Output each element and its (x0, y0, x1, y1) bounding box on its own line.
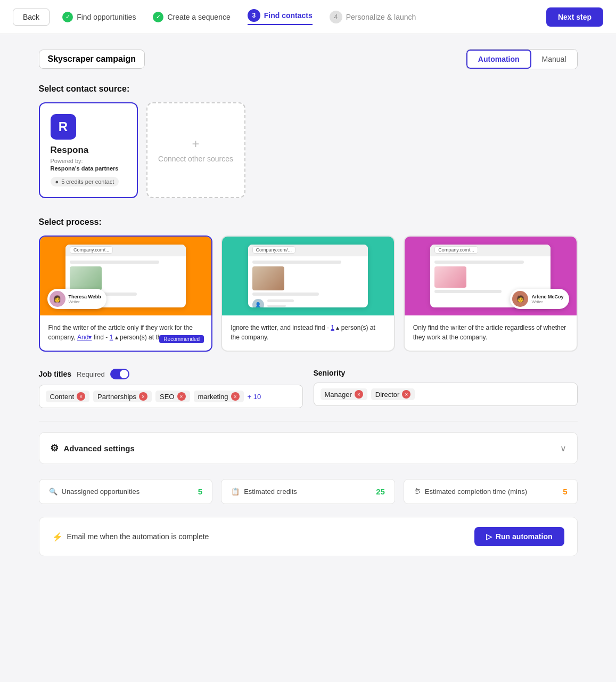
pink-image (434, 266, 466, 288)
seniority-header: Seniority (314, 369, 578, 377)
advanced-settings-header[interactable]: ⚙ Advanced settings ∨ (39, 433, 577, 464)
nav-step-personalize[interactable]: 4 Personalize & launch (330, 11, 416, 23)
person-name-3: Arlene McCoy (531, 294, 563, 299)
unassigned-label: Unassigned opportunities (62, 488, 140, 496)
tag-manager: Manager × (321, 388, 367, 400)
respona-source-card[interactable]: R Respona Powered by: Respona's data par… (39, 102, 138, 198)
required-label: Required (77, 370, 105, 378)
time-left: ⏱ Estimated completion time (mins) (414, 488, 527, 496)
credits-label: Estimated credits (244, 488, 297, 496)
tag-director: Director × (371, 388, 415, 400)
source-cards: R Respona Powered by: Respona's data par… (39, 102, 578, 198)
top-navigation: Back Find opportunities Create a sequenc… (0, 0, 616, 34)
url-tag-1: Company.com/... (70, 246, 113, 254)
email-notify-label: Email me when the automation is complete (67, 532, 209, 541)
person-avatar-2: 👤 (252, 299, 264, 307)
nav-step-find-opportunities[interactable]: Find opportunities (62, 12, 136, 22)
process-desc-2: Ignore the writer, and instead find - 1 … (222, 315, 394, 351)
email-notify: ⚡ Email me when the automation is comple… (52, 532, 209, 542)
url-tag-3: Company.com/... (434, 246, 478, 254)
add-plus-icon: + (192, 137, 199, 150)
credits-icon: ● (55, 178, 59, 185)
persons-input-2[interactable]: 1 (331, 324, 334, 331)
nav-step-create-sequence[interactable]: Create a sequence (153, 12, 230, 22)
step-label-3: Find contacts (264, 11, 313, 20)
tag-label: Content (50, 393, 75, 401)
time-label: Estimated completion time (mins) (425, 488, 527, 496)
seniority-group: Seniority Manager × Director × (314, 369, 578, 408)
main-content: Skyscraper campaign Automation Manual Se… (26, 34, 590, 599)
content-line-4 (252, 293, 319, 296)
process-desc-1: Find the writer of the article only if t… (40, 315, 212, 351)
lightning-icon: ⚡ (52, 532, 63, 542)
credits-value: 25 (376, 487, 385, 496)
search-icon: 🔍 (49, 488, 58, 496)
process-visual-1: Company.com/... 👩 Theresa Webb Writer (40, 237, 212, 315)
advanced-left: ⚙ Advanced settings (50, 442, 135, 454)
gear-icon: ⚙ (50, 442, 59, 454)
tag-content-remove[interactable]: × (77, 392, 85, 401)
connect-sources-card[interactable]: + Connect other sources (146, 102, 245, 198)
role-line (267, 305, 286, 307)
process-card-2[interactable]: Company.com/... 👤 (221, 236, 395, 352)
process-cards: Company.com/... 👩 Theresa Webb Writer (39, 236, 578, 352)
more-tags-label[interactable]: + 10 (248, 393, 261, 401)
campaign-header: Skyscraper campaign Automation Manual (39, 49, 578, 69)
process-card-3[interactable]: Company.com/... 🧑 Arlene McCoy Writer (404, 236, 578, 352)
persons-input[interactable]: 1 (110, 334, 113, 341)
next-step-button[interactable]: Next step (546, 7, 603, 27)
process-title: Select process: (39, 217, 578, 227)
process-visual-2: Company.com/... 👤 (222, 237, 394, 315)
url-tag-2: Company.com/... (252, 246, 295, 254)
person-avatar-1: 👩 (50, 291, 65, 307)
powered-by-label: Powered by: (51, 158, 126, 164)
tag-partnerships-remove[interactable]: × (139, 392, 147, 401)
required-toggle[interactable] (110, 369, 129, 379)
estimated-time-item: ⏱ Estimated completion time (mins) 5 (404, 479, 578, 504)
content-line-6 (434, 290, 502, 293)
respona-logo: R (51, 114, 76, 140)
step-check-icon (62, 12, 73, 22)
advanced-settings-panel: ⚙ Advanced settings ∨ (39, 432, 578, 464)
divider (39, 421, 578, 421)
and-dropdown[interactable]: And▾ (77, 334, 92, 341)
respona-name: Respona (51, 145, 126, 156)
credits-icon: 📋 (231, 488, 240, 496)
step-num-4: 4 (330, 11, 342, 23)
step-label-4: Personalize & launch (346, 13, 416, 21)
tag-label: marketing (198, 393, 228, 401)
process-card-1[interactable]: Company.com/... 👩 Theresa Webb Writer (39, 236, 213, 352)
browser-bar-1: Company.com/... (65, 245, 186, 256)
credits-badge: ● 5 credits per contact (51, 177, 119, 186)
person-name-1: Theresa Webb (69, 294, 101, 299)
recommended-badge: Recommended (159, 335, 204, 343)
step-label: Find opportunities (77, 13, 136, 21)
tag-marketing-remove[interactable]: × (231, 392, 240, 401)
browser-bar-3: Company.com/... (430, 245, 551, 256)
back-button[interactable]: Back (13, 9, 50, 26)
automation-mode-button[interactable]: Automation (466, 50, 531, 69)
person-chip-3: 🧑 Arlene McCoy Writer (510, 289, 569, 309)
tag-marketing: marketing × (194, 391, 244, 402)
seniority-input[interactable]: Manager × Director × (314, 383, 578, 406)
name-line (267, 299, 294, 302)
tag-manager-remove[interactable]: × (355, 390, 363, 399)
unassigned-value: 5 (198, 487, 202, 496)
manual-mode-button[interactable]: Manual (531, 50, 577, 69)
tag-seo: SEO × (155, 391, 190, 402)
run-automation-button[interactable]: ▷ Run automation (474, 527, 564, 546)
person-role-3: Writer (531, 299, 563, 304)
tag-content: Content × (46, 391, 90, 402)
tag-director-remove[interactable]: × (402, 390, 410, 399)
seniority-label: Seniority (314, 369, 346, 377)
job-titles-header: Job titles Required (39, 369, 303, 379)
nav-step-find-contacts[interactable]: 3 Find contacts (248, 9, 313, 25)
advanced-settings-label: Advanced settings (64, 444, 135, 453)
time-value: 5 (563, 487, 567, 496)
campaign-title-button[interactable]: Skyscraper campaign (39, 50, 145, 69)
leaf-image (70, 266, 102, 290)
tag-label: Director (375, 391, 400, 399)
tag-seo-remove[interactable]: × (177, 392, 186, 401)
job-titles-input[interactable]: Content × Partnerships × SEO × marketing… (39, 385, 303, 408)
summary-bar: 🔍 Unassigned opportunities 5 📋 Estimated… (39, 479, 578, 504)
